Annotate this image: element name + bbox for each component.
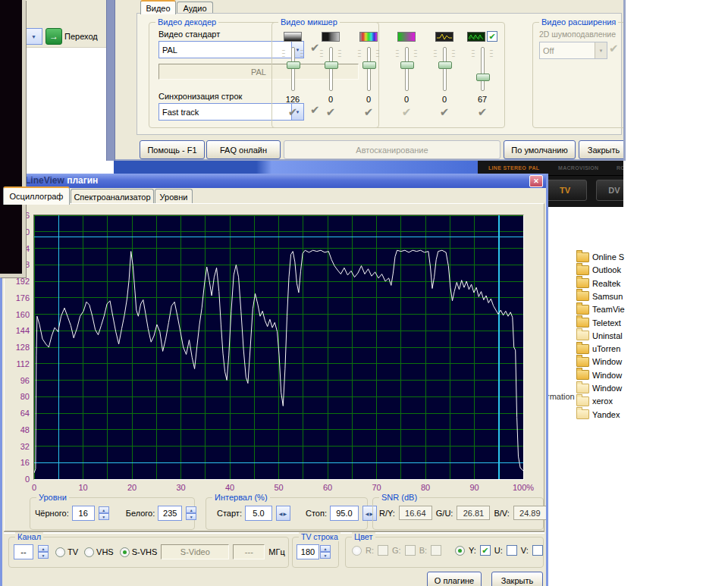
contrast-icon: [322, 32, 340, 42]
address-dropdown-button[interactable]: ▼: [25, 28, 42, 45]
video-standard-label: Видео стандарт: [158, 30, 220, 39]
channel-number-spinner[interactable]: ▲▼: [38, 545, 49, 559]
tab-oscillograph[interactable]: Осциллограф: [3, 186, 70, 205]
rgb-mode-radio: [352, 546, 362, 556]
lineview-close-button[interactable]: Закрыть: [491, 572, 543, 586]
y-tick-label: 128: [4, 343, 30, 352]
remote-tv-button[interactable]: TV: [543, 180, 587, 201]
folder-list-item[interactable]: Realtek: [576, 277, 620, 290]
mixer-channel: ––––––0✔: [312, 30, 349, 124]
tab-audio[interactable]: Аудио: [177, 2, 213, 14]
slider-thumb[interactable]: [325, 61, 338, 69]
yuv-mode-radio[interactable]: [455, 546, 465, 556]
snr-group-title: SNR (dB): [379, 493, 419, 502]
folder-list-item[interactable]: Window: [576, 356, 622, 368]
slider-thumb[interactable]: [476, 74, 490, 81]
defaults-button[interactable]: По умолчанию: [504, 140, 576, 159]
interval-group: Интервал (%) Старт: 5.0 ◀▶ Стоп: 95.0 ◀▶: [206, 497, 368, 530]
folder-icon: [576, 252, 589, 262]
explorer-cut-text: rmation: [547, 392, 575, 401]
white-level-spinner[interactable]: ▲▼: [186, 506, 196, 520]
tab-spectroanalyzer[interactable]: Спектроанализатор: [71, 189, 154, 204]
folder-name: Realtek: [592, 279, 620, 288]
slider-thumb[interactable]: [287, 61, 300, 69]
tv-line-input[interactable]: 180: [297, 544, 319, 559]
interval-start-input[interactable]: 5.0: [245, 506, 272, 521]
color-channel-checkbox[interactable]: [532, 545, 543, 556]
mixer-channel: ––––––0✔: [350, 30, 387, 124]
slider-thumb[interactable]: [438, 61, 452, 69]
tv-line-spinner[interactable]: ▲▼: [320, 545, 331, 559]
folder-icon: [576, 291, 589, 301]
interval-start-spinner[interactable]: ◀▶: [276, 506, 290, 521]
white-level-label: Белого:: [126, 509, 155, 518]
tab-video[interactable]: Видео: [140, 0, 176, 14]
channel-number-input[interactable]: --: [14, 544, 33, 559]
y-tick-label: 64: [4, 409, 30, 418]
white-level-input[interactable]: 235: [158, 506, 182, 521]
remote-status-macrovision: MACROVISION: [558, 165, 598, 171]
faq-online-button[interactable]: FAQ онлайн: [206, 140, 281, 159]
settings-close-button[interactable]: Закрыть: [579, 140, 626, 159]
about-plugin-button[interactable]: О плагине: [427, 572, 482, 586]
noise-reduction-value: Off: [540, 46, 595, 55]
close-icon[interactable]: ✕: [529, 175, 543, 187]
color-channel-checkbox[interactable]: ✔: [480, 545, 491, 556]
color-channel-label: B:: [419, 546, 427, 555]
folder-list-item[interactable]: Uninstal: [576, 330, 623, 342]
tv-line-group-title: TV строка: [299, 532, 340, 541]
remote-dvd-button[interactable]: DV: [596, 180, 623, 201]
folder-list-item[interactable]: Window: [576, 369, 622, 381]
autoscan-button: Автосканирование: [284, 140, 500, 159]
color-channel-checkbox[interactable]: [507, 545, 517, 556]
mixer-value: 0: [442, 95, 447, 104]
tab-levels[interactable]: Уровни: [155, 189, 193, 204]
mixer-slider[interactable]: ––––––: [315, 45, 346, 92]
folder-list-item[interactable]: Teletext: [576, 317, 621, 329]
radio-label: S-VHS: [132, 547, 158, 556]
folder-list-item[interactable]: xerox: [576, 395, 613, 407]
color-channel-checkbox: [431, 545, 441, 556]
slider-thumb[interactable]: [400, 61, 414, 69]
folder-icon: [576, 357, 589, 367]
video-decoder-title: Видео декодер: [155, 17, 218, 27]
x-tick-label: 60: [314, 483, 341, 492]
folder-list-item[interactable]: Online S: [576, 251, 624, 263]
y-tick-label: 32: [4, 442, 30, 451]
snr-label: G/U:: [436, 509, 453, 518]
mixer-slider[interactable]: ––––––: [278, 45, 308, 92]
folder-list-item[interactable]: Window: [576, 382, 622, 394]
mixer-slider[interactable]: ––––––: [467, 45, 497, 92]
folder-list-item[interactable]: uTorren: [576, 343, 620, 355]
slider-thumb[interactable]: [362, 61, 376, 69]
mixer-value: 0: [366, 95, 371, 104]
folder-name: Online S: [592, 252, 624, 262]
go-button[interactable]: →: [46, 28, 62, 45]
folder-list-item[interactable]: Samsun: [576, 290, 623, 302]
help-button[interactable]: Помощь - F1: [140, 140, 205, 159]
slider-track: [405, 47, 409, 91]
snr-group: SNR (dB) R/Y:16.64G/U:26.81B/V:24.89: [372, 497, 544, 530]
mixer-channel: ––––––126✔: [275, 30, 311, 124]
folder-list-item[interactable]: Outlook: [576, 264, 621, 276]
mixer-enable-checkbox[interactable]: ✔: [487, 31, 497, 42]
radio-vhs[interactable]: [84, 547, 94, 557]
hue-icon: [397, 32, 416, 42]
video-mixer-group: Видео микшер ––––––126✔––––––0✔––––––0✔–…: [271, 22, 505, 128]
interval-stop-input[interactable]: 95.0: [330, 506, 359, 521]
mixer-slider[interactable]: ––––––: [391, 45, 422, 92]
folder-name: uTorren: [592, 344, 620, 353]
black-level-input[interactable]: 16: [72, 506, 95, 521]
y-tick-label: 48: [4, 425, 30, 434]
folder-name: Window: [592, 371, 622, 380]
black-level-spinner[interactable]: ▲▼: [99, 506, 109, 520]
radio-s-vhs[interactable]: [120, 547, 130, 557]
mixer-slider[interactable]: ––––––: [353, 45, 384, 92]
folder-list-item[interactable]: TeamVie: [576, 303, 625, 315]
folder-name: Uninstal: [592, 331, 623, 340]
snr-label: R/Y:: [379, 509, 395, 518]
lineview-titlebar: LineView плагин ✕: [2, 174, 546, 188]
folder-list-item[interactable]: Yandex: [576, 409, 620, 421]
mixer-slider[interactable]: ––––––: [429, 45, 460, 92]
radio-tv[interactable]: [55, 547, 65, 557]
